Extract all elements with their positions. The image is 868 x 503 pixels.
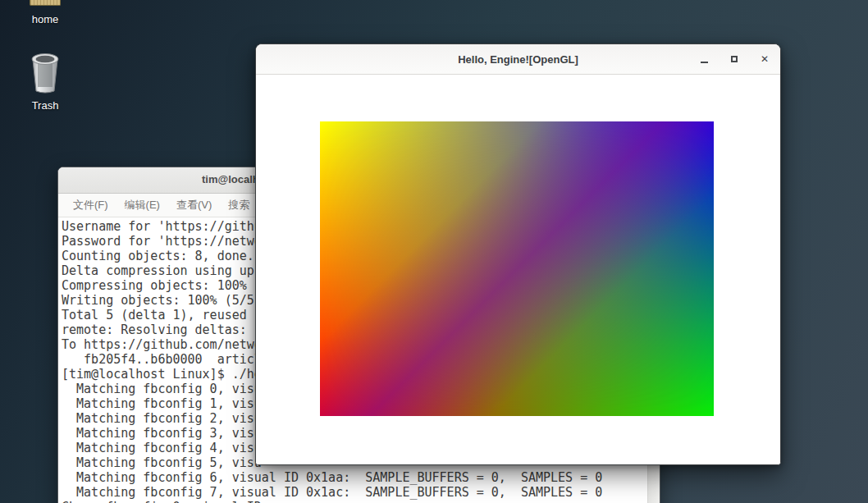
terminal-menu-item[interactable]: 搜索 <box>220 198 258 213</box>
terminal-menu-item[interactable]: 编辑(E) <box>116 198 168 213</box>
terminal-line: Chose fbconfig 0, visual ID <box>62 500 660 503</box>
maximize-icon <box>731 56 738 62</box>
desktop-icon-home[interactable]: home <box>16 0 74 25</box>
opengl-window: Hello, Engine![OpenGL] ✕ <box>255 43 781 465</box>
terminal-menu-item[interactable]: 文件(F) <box>65 198 116 213</box>
terminal-line: Matching fbconfig 6, visual ID 0x1aa: SA… <box>62 470 660 485</box>
desktop: home Trash tim@localh 文件(F)编辑(E)查 <box>0 0 868 503</box>
folder-icon <box>30 0 61 6</box>
terminal-title: tim@localh <box>202 173 259 185</box>
minimize-icon <box>701 62 708 63</box>
maximize-button[interactable] <box>728 53 741 66</box>
terminal-menu-item[interactable]: 查看(V) <box>168 198 220 213</box>
gl-gradient-diagonal-band <box>320 121 714 416</box>
opengl-titlebar[interactable]: Hello, Engine![OpenGL] ✕ <box>256 44 780 75</box>
minimize-button[interactable] <box>697 53 710 66</box>
trash-icon <box>16 52 74 98</box>
close-icon: ✕ <box>761 54 769 64</box>
terminal-line: Matching fbconfig 7, visual ID 0x1ac: SA… <box>62 485 660 500</box>
desktop-icon-trash[interactable]: Trash <box>16 52 74 112</box>
window-title: Hello, Engine![OpenGL] <box>458 53 578 66</box>
gl-gradient-quad <box>320 121 714 416</box>
gl-viewport <box>256 75 780 464</box>
desktop-icon-label: home <box>16 13 74 25</box>
close-button[interactable]: ✕ <box>758 53 771 66</box>
desktop-icon-label: Trash <box>16 99 74 112</box>
